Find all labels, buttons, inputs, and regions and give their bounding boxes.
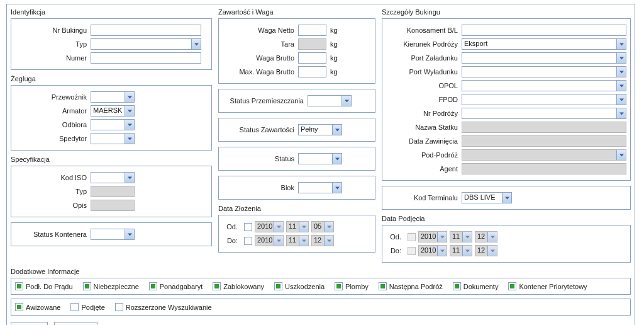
flag-niebezpieczne[interactable]: Niebezpieczne: [83, 282, 139, 290]
nazwa-statku-label: Nazwa Statku: [386, 123, 462, 131]
konosament-input[interactable]: [462, 25, 626, 36]
chevron-down-icon[interactable]: [462, 246, 472, 256]
nr-podrozy-select[interactable]: [462, 108, 626, 119]
opol-label: OPOL: [386, 82, 462, 89]
chevron-down-icon[interactable]: [125, 120, 134, 130]
chevron-down-icon[interactable]: [437, 246, 447, 256]
kod-terminalu-select[interactable]: DBS LIVE: [462, 192, 512, 203]
chevron-down-icon[interactable]: [324, 236, 333, 246]
kodiso-select[interactable]: [91, 172, 135, 183]
chevron-down-icon[interactable]: [125, 173, 134, 183]
nr-bukingu-label: Nr Bukingu: [15, 26, 91, 34]
flag-nastepna[interactable]: Następna Podróż: [379, 282, 443, 290]
podjecia-do-checkbox[interactable]: [408, 247, 416, 255]
chevron-down-icon[interactable]: [616, 108, 626, 118]
wyczysc-button[interactable]: Wyczyść: [54, 322, 97, 325]
chevron-down-icon[interactable]: [616, 81, 626, 91]
nr-bukingu-input[interactable]: [91, 25, 201, 36]
port-wyladunku-select[interactable]: [462, 66, 626, 77]
chevron-down-icon[interactable]: [324, 222, 333, 232]
chevron-down-icon[interactable]: [616, 150, 626, 160]
zlozenia-do-day[interactable]: 12: [311, 235, 334, 246]
chevron-down-icon[interactable]: [616, 67, 626, 77]
chevron-down-icon[interactable]: [125, 92, 134, 102]
typ-select[interactable]: [91, 38, 201, 50]
flag-rozszerzone[interactable]: Rozszerzone Wyszukiwanie: [115, 303, 212, 311]
zlozenia-do-month[interactable]: 11: [286, 235, 309, 246]
chevron-down-icon[interactable]: [125, 106, 134, 116]
podjecia-od-year[interactable]: 2010: [418, 231, 447, 242]
podjecia-od-month[interactable]: 11: [450, 231, 472, 242]
spec-typ-label: Typ: [15, 188, 91, 195]
port-zaladunku-select[interactable]: [462, 52, 626, 64]
numer-input[interactable]: [91, 52, 201, 64]
zlozenia-od-checkbox[interactable]: [244, 223, 252, 231]
podjecia-do-day[interactable]: 12: [475, 245, 497, 256]
status-przemieszczania-select[interactable]: [308, 95, 352, 106]
odbiora-select[interactable]: [91, 119, 135, 130]
zlozenia-do-checkbox[interactable]: [244, 237, 252, 245]
armator-select[interactable]: MAERSK: [91, 105, 135, 117]
pod-podroz-select[interactable]: [462, 149, 626, 161]
zlozenia-do-year[interactable]: 2010: [255, 235, 284, 246]
flag-dokumenty[interactable]: Dokumenty: [453, 282, 499, 290]
flag-priorytet[interactable]: Kontener Priorytetowy: [508, 282, 587, 290]
chevron-down-icon[interactable]: [299, 222, 308, 232]
spec-opis-label: Opis: [15, 202, 91, 209]
podjecia-do-month[interactable]: 11: [450, 245, 472, 256]
chevron-down-icon[interactable]: [299, 236, 308, 246]
flag-uszkodzenia[interactable]: Uszkodzenia: [274, 282, 325, 290]
chevron-down-icon[interactable]: [125, 229, 134, 239]
blok-select[interactable]: [298, 182, 342, 193]
chevron-down-icon[interactable]: [341, 96, 351, 106]
max-waga-input[interactable]: [298, 66, 326, 77]
kierunek-select[interactable]: Eksport: [462, 38, 626, 50]
status-select[interactable]: [298, 153, 342, 164]
status-kontenera-label: Status Kontenera: [15, 231, 91, 238]
flag-ponadgabaryt[interactable]: Ponadgabaryt: [149, 282, 203, 290]
chevron-down-icon[interactable]: [332, 125, 341, 135]
kierunek-label: Kierunek Podróży: [386, 40, 462, 48]
chevron-down-icon[interactable]: [616, 39, 626, 49]
zlozenia-od-month[interactable]: 11: [286, 221, 309, 232]
waga-netto-input[interactable]: [298, 25, 326, 36]
dodatkowe-title: Dodatkowe Informacje: [11, 268, 631, 275]
chevron-down-icon[interactable]: [487, 232, 497, 242]
chevron-down-icon[interactable]: [616, 94, 626, 105]
status-zawartosci-box: Status Zawartości Pełny: [218, 118, 375, 142]
status-kontenera-select[interactable]: [91, 229, 135, 240]
chevron-down-icon[interactable]: [502, 193, 511, 203]
podjecia-od-checkbox[interactable]: [408, 233, 416, 241]
flag-plomby[interactable]: Plomby: [335, 282, 369, 290]
flag-zablokowany[interactable]: Zablokowany: [213, 282, 264, 290]
waga-brutto-input[interactable]: [298, 52, 326, 64]
chevron-down-icon[interactable]: [191, 39, 201, 49]
nazwa-statku-input: [462, 122, 626, 133]
chevron-down-icon[interactable]: [462, 232, 472, 242]
chevron-down-icon[interactable]: [332, 154, 341, 164]
bukingu-title: Szczegóły Bukingu: [382, 8, 631, 16]
spec-typ-input: [91, 186, 135, 197]
flag-awizowane[interactable]: Awizowane: [15, 303, 60, 311]
chevron-down-icon[interactable]: [274, 236, 283, 246]
fpod-select[interactable]: [462, 94, 626, 105]
chevron-down-icon[interactable]: [616, 53, 626, 63]
chevron-down-icon[interactable]: [125, 134, 134, 144]
chevron-down-icon[interactable]: [332, 183, 341, 193]
zlozenia-od-day[interactable]: 05: [311, 221, 334, 232]
chevron-down-icon[interactable]: [487, 246, 497, 256]
opol-select[interactable]: [462, 80, 626, 91]
chevron-down-icon[interactable]: [274, 222, 283, 232]
przewoznik-select[interactable]: [91, 91, 135, 103]
status-zawartosci-select[interactable]: Pełny: [298, 124, 342, 135]
flags-row-2: Awizowane Podjęte Rozszerzone Wyszukiwan…: [11, 299, 631, 316]
podjecia-od-day[interactable]: 12: [475, 231, 497, 242]
blok-box: Blok: [218, 176, 375, 200]
spedytor-select[interactable]: [91, 133, 135, 144]
zlozenia-od-year[interactable]: 2010: [255, 221, 284, 232]
flag-pod-do-pradu[interactable]: Podł. Do Prądu: [15, 282, 73, 290]
chevron-down-icon[interactable]: [437, 232, 447, 242]
flag-podjete[interactable]: Podjęte: [70, 303, 104, 311]
szukaj-button[interactable]: Szukaj: [11, 322, 48, 325]
podjecia-do-year[interactable]: 2010: [418, 245, 447, 256]
